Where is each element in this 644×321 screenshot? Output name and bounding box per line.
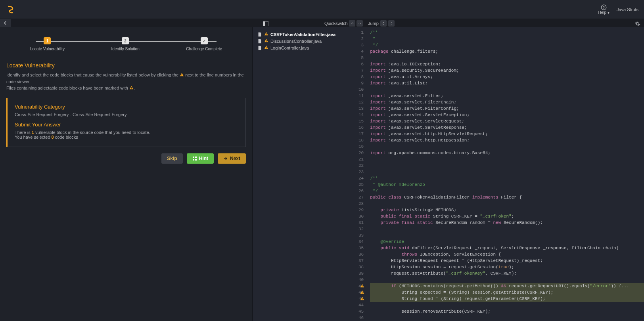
line-number: 19 (358, 143, 364, 150)
line-number: 2 (358, 36, 364, 42)
svg-rect-16 (266, 47, 266, 48)
code-line (370, 156, 644, 162)
file-name: LoginController.java (270, 46, 309, 50)
button-row: Skip Hint Next (6, 153, 246, 164)
line-gutter[interactable]: 1234567891011121314151617181920212223242… (358, 27, 367, 321)
code-viewer[interactable]: 1234567891011121314151617181920212223242… (358, 27, 644, 321)
line-number: 38 (358, 264, 364, 270)
svg-rect-11 (195, 159, 197, 160)
back-button[interactable] (0, 19, 11, 27)
svg-rect-14 (266, 40, 266, 41)
code-line: */ (370, 42, 644, 48)
step-3[interactable]: ✓ Challenge Complete (186, 37, 222, 51)
line-number: 8 (358, 74, 364, 80)
help-menu[interactable]: ? Help ▾ (598, 4, 610, 15)
quickswitch-up[interactable] (349, 20, 355, 27)
file-name: DiscussionsController.java (270, 39, 322, 44)
step-2[interactable]: 2 Identify Solution (111, 37, 140, 51)
quickswitch-down[interactable] (356, 20, 363, 27)
code-line (370, 315, 644, 321)
progress-stepper: 1 Locate Vulnerability 2 Identify Soluti… (30, 37, 222, 51)
line-number[interactable]: 41 (358, 283, 364, 289)
secondary-toolbar (0, 19, 644, 27)
line-number: 9 (358, 80, 364, 86)
code-line: import javax.servlet.FilterConfig; (370, 105, 644, 112)
line-number: 40 (358, 277, 364, 283)
line-number: 6 (358, 61, 364, 67)
line-number: 15 (358, 118, 364, 124)
arrow-right-icon (223, 156, 228, 161)
line-number: 1 (358, 29, 364, 36)
line-number: 18 (358, 137, 364, 143)
warning-icon (264, 38, 268, 44)
code-line: import java.util.Arrays; (370, 74, 644, 80)
line-number: 13 (358, 105, 364, 112)
course-name: Java Struts (617, 7, 638, 12)
gear-icon[interactable] (634, 20, 642, 27)
code-line: import javax.servlet.http.HttpSession; (370, 137, 644, 143)
code-line: import java.io.IOException; (370, 61, 644, 67)
line-number: 34 (358, 239, 364, 245)
code-line (370, 302, 644, 308)
step-1[interactable]: 1 Locate Vulnerability (30, 37, 65, 51)
code-line: session.removeAttribute(CSRF_KEY); (370, 308, 644, 315)
code-line: public void doFilter(ServletRequest _req… (370, 245, 644, 251)
code-line (370, 226, 644, 232)
svg-rect-21 (362, 293, 362, 293)
file-item[interactable]: DiscussionsController.java (256, 38, 355, 44)
svg-rect-12 (266, 33, 266, 34)
code-line (370, 86, 644, 93)
logo-icon[interactable] (6, 5, 15, 14)
svg-rect-4 (182, 74, 182, 75)
line-number: 30 (358, 213, 364, 220)
category-title: Vulnerability Category (15, 104, 238, 110)
line-number: 7 (358, 67, 364, 74)
line-number: 32 (358, 226, 364, 232)
line-number: 37 (358, 258, 364, 264)
code-line: */ (370, 188, 644, 194)
line-number: 5 (358, 55, 364, 61)
panel-toggle-icon[interactable] (262, 20, 270, 27)
svg-rect-8 (193, 157, 194, 158)
warning-icon (264, 45, 268, 50)
svg-rect-9 (195, 157, 197, 158)
jump-next[interactable] (388, 20, 395, 27)
code-line: request.setAttribute("_csrfTokenKey", CS… (370, 270, 644, 277)
locate-title: Locate Vulnerability (6, 62, 246, 69)
svg-rect-23 (362, 299, 362, 300)
jump-prev[interactable] (380, 20, 387, 27)
file-name: CSRFTokenValidationFilter.java (270, 32, 335, 37)
code-line: import javax.servlet.ServletRequest; (370, 118, 644, 124)
warning-icon (129, 85, 134, 92)
svg-rect-6 (131, 87, 132, 88)
code-line (370, 162, 644, 169)
code-line[interactable]: String found = (String) request.getParam… (370, 296, 644, 302)
line-number[interactable]: 42 (358, 289, 364, 296)
skip-button[interactable]: Skip (161, 153, 182, 164)
code-line (370, 143, 644, 150)
next-button[interactable]: Next (218, 153, 246, 164)
line-number: 16 (358, 124, 364, 131)
line-number: 45 (358, 308, 364, 315)
line-number[interactable]: 43 (358, 296, 364, 302)
jump-group: Jump (368, 20, 395, 27)
svg-rect-19 (362, 287, 362, 287)
svg-rect-18 (362, 285, 362, 287)
hint-button[interactable]: Hint (187, 153, 214, 164)
file-item[interactable]: CSRFTokenValidationFilter.java (256, 31, 355, 38)
top-bar: ? Help ▾ Java Struts (0, 0, 644, 19)
line-number: 44 (358, 302, 364, 308)
code-line: import javax.servlet.Filter; (370, 93, 644, 99)
code-line: private final static SecureRandom random… (370, 220, 644, 226)
category-value: Cross-Site Request Forgery - Cross-Site … (15, 112, 238, 117)
line-number: 39 (358, 270, 364, 277)
code-content[interactable]: /** * */package challenge.filters;import… (367, 27, 644, 321)
code-line: * (370, 36, 644, 42)
code-line[interactable]: if (METHODS.contains(request.getMethod()… (370, 283, 644, 289)
grid-icon (192, 156, 197, 161)
code-line: private List<String> METHODS; (370, 207, 644, 213)
code-line[interactable]: String expected = (String) session.getAt… (370, 289, 644, 296)
code-line: * @author mdelorenzo (370, 182, 644, 188)
line-number: 23 (358, 169, 364, 175)
file-item[interactable]: LoginController.java (256, 44, 355, 51)
